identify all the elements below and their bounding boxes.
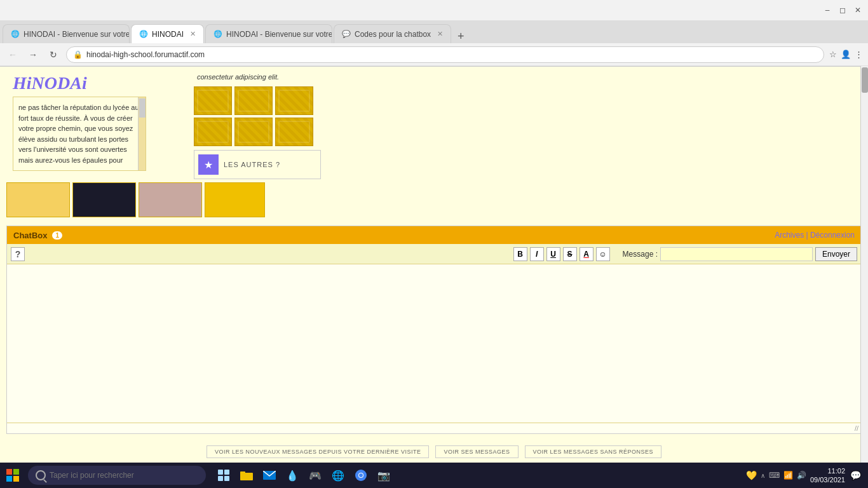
- forward-button[interactable]: →: [25, 47, 41, 62]
- site-logo: HiNODAi: [6, 70, 191, 97]
- star-icon: ★: [198, 154, 219, 175]
- window-controls: – ◻ ✕: [822, 5, 863, 15]
- photos-icon: 📷: [377, 470, 390, 482]
- system-tray: 💛 ∧ ⌨ 📶 🔊: [746, 470, 806, 480]
- back-button[interactable]: ←: [5, 47, 20, 62]
- tray-notification-icon[interactable]: 💛: [746, 470, 757, 480]
- intro-text-box: ne pas tâcher la réputation du lycée au …: [13, 97, 146, 171]
- photos-button[interactable]: 📷: [374, 465, 394, 485]
- start-button[interactable]: [0, 463, 25, 488]
- search-icon: [36, 470, 46, 480]
- close-button[interactable]: ✕: [853, 5, 863, 15]
- color-button[interactable]: A: [580, 247, 593, 261]
- thumbnail-3: [275, 86, 313, 115]
- svg-rect-1: [13, 469, 19, 475]
- reload-button[interactable]: ↻: [46, 47, 61, 62]
- thumbnail-1: [194, 86, 232, 115]
- browser-chrome: – ◻ ✕ 🌐 HINODAI - Bienvenue sur votre p …: [0, 0, 868, 67]
- chrome-icon: [355, 470, 367, 481]
- tab-label: HINODAI - Bienvenue sur votre p: [226, 30, 332, 39]
- page-scrollbar[interactable]: [860, 66, 868, 463]
- bookmark-star-icon[interactable]: ☆: [829, 50, 837, 59]
- tab-chatbox[interactable]: 💬 Codes pour la chatbox ✕: [334, 24, 451, 43]
- unanswered-messages-button[interactable]: VOIR LES MESSAGES SANS RÉPONSES: [525, 445, 662, 458]
- emoji-button[interactable]: ☺: [596, 247, 610, 261]
- address-bar[interactable]: 🔒 hinodai-high-school.forumactif.com: [66, 46, 824, 63]
- search-box[interactable]: [28, 466, 206, 485]
- games-icon: 🎮: [309, 470, 322, 482]
- deconnexion-link[interactable]: Déconnexion: [810, 231, 855, 240]
- tab-label: Codes pour la chatbox: [355, 30, 431, 39]
- notification-button[interactable]: 💬: [849, 469, 862, 482]
- new-messages-button[interactable]: VOIR LES NOUVEAUX MESSAGES DEPUIS VOTRE …: [207, 445, 430, 458]
- edge-button[interactable]: 🌐: [328, 465, 348, 485]
- thumbnail-4: [194, 118, 232, 146]
- taskbar-right: 💛 ∧ ⌨ 📶 🔊 11:02 09/03/2021 💬: [746, 466, 868, 485]
- minimize-button[interactable]: –: [822, 5, 832, 15]
- strikethrough-button[interactable]: S: [563, 247, 577, 261]
- tray-keyboard-icon[interactable]: ⌨: [769, 471, 780, 480]
- games-button[interactable]: 🎮: [305, 465, 325, 485]
- system-clock[interactable]: 11:02 09/03/2021: [810, 466, 845, 485]
- right-panel: consectetur adipiscing elit. ★ LES AUTRE…: [191, 67, 458, 182]
- tab-hinodai-2[interactable]: 🌐 HINODAI ✕: [131, 24, 204, 43]
- search-input[interactable]: [50, 471, 189, 480]
- image-grid-top: [194, 86, 454, 115]
- svg-rect-9: [240, 471, 245, 474]
- character-3: [139, 182, 202, 217]
- tab-favicon: 🌐: [214, 30, 222, 38]
- help-button[interactable]: ?: [11, 247, 25, 261]
- tab-close-2[interactable]: ✕: [190, 30, 196, 38]
- svg-rect-4: [218, 470, 223, 475]
- character-4: [205, 182, 265, 217]
- chatbox-title: ChatBox: [13, 231, 47, 240]
- tab-favicon: 💬: [342, 30, 351, 38]
- bold-button[interactable]: B: [513, 247, 527, 261]
- tab-favicon: 🌐: [139, 30, 148, 38]
- maximize-button[interactable]: ◻: [837, 5, 848, 15]
- page-content: HiNODAi ne pas tâcher la réputation du l…: [0, 67, 868, 488]
- scrollbar-thumb[interactable]: [862, 67, 868, 93]
- edge-icon: 🌐: [332, 470, 344, 482]
- file-explorer-button[interactable]: [236, 465, 257, 485]
- clock-date: 09/03/2021: [810, 475, 845, 484]
- chatbox-toolbar: ? B I U S A ☺ Message : Envoyer: [7, 244, 861, 264]
- clock-time: 11:02: [810, 466, 845, 475]
- tabs-bar: 🌐 HINODAI - Bienvenue sur votre p ✕ 🌐 HI…: [0, 20, 868, 43]
- svg-point-13: [359, 473, 363, 477]
- chatbox-container: ChatBox 1 Archives | Déconnexion ? B I U…: [6, 226, 862, 434]
- chatbox-header: ChatBox 1 Archives | Déconnexion: [7, 226, 861, 244]
- les-autres-box[interactable]: ★ LES AUTRES ?: [194, 150, 321, 179]
- svg-rect-5: [224, 470, 229, 475]
- chrome-button[interactable]: [351, 465, 371, 485]
- menu-icon[interactable]: ⋮: [855, 50, 863, 59]
- file-explorer-icon: [240, 470, 253, 480]
- archives-link[interactable]: Archives: [775, 231, 804, 240]
- bottom-navigation: VOIR LES NOUVEAUX MESSAGES DEPUIS VOTRE …: [0, 439, 868, 464]
- task-view-button[interactable]: [214, 465, 234, 485]
- taskbar-pinned-icons: 💧 🎮 🌐 📷: [214, 465, 394, 485]
- dropbox-icon: 💧: [286, 470, 299, 482]
- tray-up-icon[interactable]: ∧: [761, 472, 765, 479]
- mail-button[interactable]: [259, 465, 280, 485]
- toolbar-icons: ☆ 👤 ⋮: [829, 50, 863, 59]
- tab-close-4[interactable]: ✕: [437, 30, 443, 38]
- dropbox-button[interactable]: 💧: [282, 465, 302, 485]
- new-tab-button[interactable]: +: [452, 30, 470, 43]
- italic-button[interactable]: I: [530, 247, 544, 261]
- svg-rect-0: [6, 469, 12, 475]
- profile-icon[interactable]: 👤: [841, 50, 851, 59]
- notification-icon: 💬: [850, 470, 861, 480]
- underline-button[interactable]: U: [546, 247, 560, 261]
- tab-hinodai-3[interactable]: 🌐 HINODAI - Bienvenue sur votre p ✕: [205, 24, 332, 43]
- resize-handle[interactable]: //: [7, 423, 861, 433]
- message-input[interactable]: [660, 247, 813, 261]
- text-scrollbar[interactable]: [138, 97, 146, 170]
- tab-hinodai-1[interactable]: 🌐 HINODAI - Bienvenue sur votre p ✕: [3, 24, 130, 43]
- send-button[interactable]: Envoyer: [815, 247, 857, 261]
- my-messages-button[interactable]: VOIR SES MESSAGES: [435, 445, 518, 458]
- title-bar: – ◻ ✕: [0, 0, 868, 20]
- tray-network-icon[interactable]: 📶: [783, 471, 793, 480]
- tray-volume-icon[interactable]: 🔊: [797, 471, 806, 480]
- message-label: Message :: [623, 250, 658, 259]
